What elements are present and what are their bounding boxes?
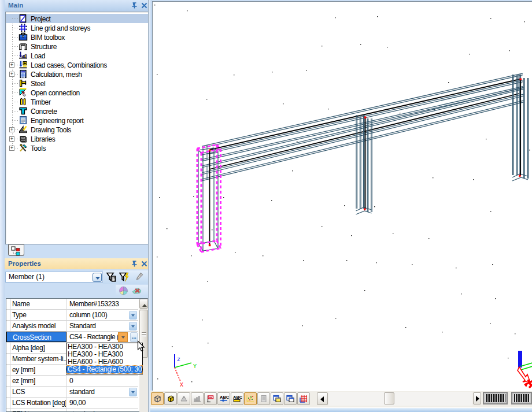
svg-text:z: z: [177, 357, 180, 363]
svg-text:Y: Y: [193, 363, 197, 370]
svg-text:ABC: ABC: [233, 395, 242, 400]
svg-text:ABC: ABC: [220, 395, 229, 400]
svg-text:X: X: [180, 382, 183, 388]
